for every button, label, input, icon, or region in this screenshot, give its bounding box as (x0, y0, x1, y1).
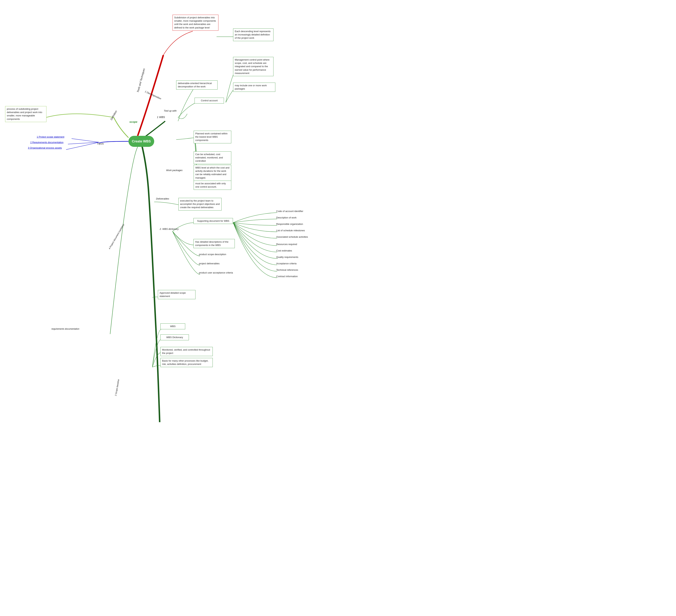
has-detailed-box: Has detailed descriptions of the compone… (193, 239, 235, 248)
inputs-label: Inputs (97, 142, 104, 145)
input2-label: 2 Requirements documentation (30, 141, 63, 144)
scope-baseline-label: 3 Scope baseline (114, 379, 120, 396)
desc-work-label: Description of work (276, 216, 297, 219)
each-descending-box: Each descending level represents an incr… (233, 29, 274, 41)
schedule-milestones-label: List of schedule milestones (276, 229, 305, 232)
subdivision-box: Subdivision of project deliverables into… (173, 15, 218, 31)
must-be-box: must be associated with only one control… (193, 181, 231, 190)
svg-line-1 (68, 142, 99, 144)
cost-est-label: Cost estimates (276, 249, 292, 252)
approved-scope-box: Approved detailed scope statement (158, 290, 195, 299)
control-account-box: Control account (194, 98, 224, 104)
wbs-level-box: WBS level at which the cost and activity… (193, 165, 231, 181)
mind-map: Create WBS Inputs 1 Project scope statem… (0, 0, 676, 616)
wbs1-label: 1 WBS (157, 116, 165, 119)
can-be-scheduled-box: Can be scheduled, cost estimated, monito… (193, 152, 231, 164)
input1-label: 1 Project scope statement (37, 135, 64, 138)
management-control-box: Management control point where scope, co… (233, 57, 274, 76)
may-include-box: may include one or more work packages (233, 82, 275, 92)
decomposition-label: 1 Decomposition (145, 90, 162, 100)
svg-line-2 (66, 142, 99, 150)
process-subdividing-box: process of subdividing project deliverab… (5, 106, 46, 122)
connections-svg (0, 0, 676, 616)
tied-up-label: Tied up with (164, 109, 177, 112)
product-scope-label: product scope description (199, 253, 226, 256)
planned-work-box: Planned work contained within the lowest… (193, 131, 231, 144)
project-doc-label: 4 Project document (updates) (108, 223, 125, 249)
work-packages-label: Work packages (166, 169, 183, 172)
wbs-output-box: WBS (160, 323, 185, 329)
resp-org-label: Responsible organization (276, 223, 303, 225)
definition-label: Definition (110, 110, 118, 121)
executed-box: executed by the project team to accompli… (178, 198, 222, 211)
input3-label: 3 Organizational process assets (28, 147, 62, 149)
wbs-dictionary-label: 2. WBS dictionary (160, 228, 179, 230)
req-doc-label: requirements documentation (51, 328, 79, 330)
project-deliverables-label: project deliverables (199, 262, 220, 265)
supporting-doc-box: Supporting document for WBS (193, 218, 233, 224)
monitored-box: Monitored, verified, and controlled thro… (160, 347, 213, 356)
acceptance-label: Acceptance criteria (276, 262, 297, 265)
technical-label: Technical references (276, 269, 298, 271)
deliverables-label: Deliverables (156, 197, 169, 200)
hierarchical-box: deliverable-oriented hierarchical decomp… (176, 80, 218, 90)
tools-label: Tools and Techniques (136, 68, 146, 93)
scope-label: scope (129, 120, 137, 123)
resources-label: Resources required (276, 243, 297, 245)
product-user-label: product user acceptance criteria (199, 271, 233, 274)
assoc-sched-label: Associated schedule activities (276, 235, 308, 238)
wbs-dict-output-box: WBS Dictionary (160, 334, 189, 340)
contract-label: Contract information (276, 275, 298, 278)
code-account-label: Code of account identifier (276, 210, 303, 213)
quality-label: Quality requirements (276, 256, 298, 259)
svg-line-0 (71, 138, 99, 142)
basis-box: Basis for many other processes like budg… (160, 358, 213, 367)
center-label: Create WBS (132, 139, 151, 144)
center-node: Create WBS (128, 136, 154, 147)
